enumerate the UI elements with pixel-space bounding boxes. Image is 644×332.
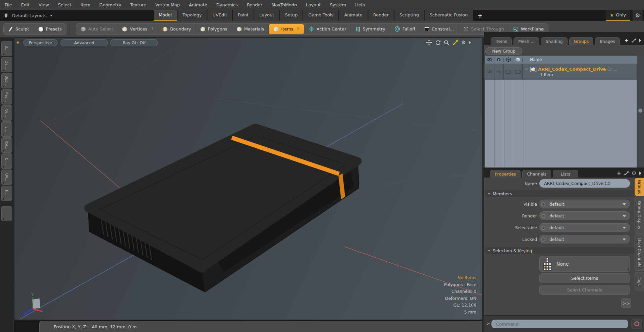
tab-images[interactable]: Images <box>595 37 620 45</box>
tab-lists[interactable]: Lists <box>553 170 578 178</box>
viewport-raygl-button[interactable]: Ray GL: Off <box>110 39 158 46</box>
viewport-3d[interactable]: Y -Z x Perspective Advanced Ray GL: Off … <box>14 38 482 320</box>
viewport-mode-button[interactable]: Perspective <box>23 39 58 46</box>
side-tab-group-display[interactable]: Group Display <box>635 197 644 234</box>
side-tab-user-channels[interactable]: User Channels <box>635 235 644 271</box>
select-channels-button[interactable]: Select Channels <box>539 285 630 295</box>
symmetry-button[interactable]: Symmetry <box>351 24 390 35</box>
left-tab-uv[interactable]: UV... <box>1 170 12 185</box>
mesh-object[interactable] <box>88 128 359 292</box>
layout-up-arrow-icon[interactable] <box>3 13 9 18</box>
visible-dropdown[interactable]: default <box>539 200 630 208</box>
menu-layout[interactable]: Layout <box>306 2 321 7</box>
tab-paint[interactable]: Paint <box>233 10 254 21</box>
menu-texture[interactable]: Texture <box>130 2 146 7</box>
selectable-dropdown[interactable]: default <box>539 223 630 232</box>
materials-mode-button[interactable]: Materials <box>232 24 269 35</box>
constraints-button[interactable]: Constrai... <box>420 24 459 35</box>
row-visibility-toggle[interactable] <box>485 64 494 80</box>
left-tab-falloff[interactable]: F ... <box>1 186 12 201</box>
name-column-header[interactable]: Name <box>523 57 637 62</box>
falloff-button[interactable]: Falloff <box>390 24 420 35</box>
tab-channels[interactable]: Channels <box>522 170 551 178</box>
side-tab-groups[interactable]: Groups <box>635 178 644 196</box>
visibility-column-header[interactable] <box>485 58 494 61</box>
maximize-icon[interactable] <box>452 40 459 46</box>
left-tab-polygon[interactable]: Pol... <box>1 137 12 153</box>
popout-icon[interactable] <box>624 171 629 176</box>
boundary-mode-button[interactable]: Boundary <box>158 24 196 35</box>
menu-file[interactable]: File <box>5 2 12 7</box>
selection-keying-section-header[interactable]: Selection & Keying <box>485 247 636 254</box>
tab-render[interactable]: Render <box>368 10 394 21</box>
solid-column-header[interactable] <box>513 57 523 62</box>
menu-edit[interactable]: Edit <box>21 2 30 7</box>
keying-none-button[interactable]: None <box>539 256 630 272</box>
render-column-header[interactable] <box>494 58 504 62</box>
zoom-icon[interactable] <box>444 40 449 46</box>
menu-view[interactable]: View <box>39 2 49 7</box>
tab-uvedit[interactable]: UVEdit <box>207 10 232 21</box>
left-tab-vertex[interactable]: Ve... <box>1 105 12 121</box>
polygons-mode-button[interactable]: Polygons <box>196 24 232 35</box>
popout-icon[interactable] <box>632 38 636 43</box>
tab-model[interactable]: Model <box>154 10 177 21</box>
groups-list-scrollbar[interactable] <box>637 56 644 168</box>
left-tab-blank[interactable] <box>1 206 12 221</box>
left-tab-deform[interactable]: De... <box>1 57 12 72</box>
tab-properties[interactable]: Properties <box>490 170 521 178</box>
left-tab-edge[interactable]: E... <box>1 121 12 137</box>
add-prop-tab-button[interactable]: + <box>617 170 621 176</box>
row-solid-checkbox[interactable] <box>513 64 523 80</box>
menu-maxtomodo[interactable]: MaxToModo <box>271 2 297 7</box>
left-tab-curves[interactable]: C ... <box>1 153 12 169</box>
new-group-button[interactable]: New Group <box>485 47 522 55</box>
layout-switcher[interactable]: Default Layouts <box>12 13 47 18</box>
tab-schematic-fusion[interactable]: Schematic Fusion <box>425 10 473 21</box>
render-dropdown[interactable]: default <box>539 211 630 220</box>
auto-select-button[interactable]: Auto Select <box>76 24 118 35</box>
items-mode-button[interactable]: Items5 <box>269 24 304 34</box>
tab-scripting[interactable]: Scripting <box>394 10 424 21</box>
menu-animate[interactable]: Animate <box>189 2 207 7</box>
macro-record-button[interactable] <box>632 319 642 329</box>
channel-toggle-icon[interactable] <box>541 202 545 206</box>
left-tab-basic[interactable]: B... <box>1 41 12 56</box>
add-layout-tab-button[interactable]: + <box>474 10 487 21</box>
tab-layout[interactable]: Layout <box>254 10 279 21</box>
viewport-shading-button[interactable]: Advanced <box>60 39 108 46</box>
favorites-only-toggle[interactable]: ★ Only <box>606 10 630 21</box>
menu-geometry[interactable]: Geometry <box>100 2 121 7</box>
vertices-mode-button[interactable]: Vertices1 <box>118 24 158 35</box>
list-panel-arrow-icon[interactable] <box>639 39 641 42</box>
tab-animate[interactable]: Animate <box>339 10 367 21</box>
scrollbar-knob[interactable] <box>638 109 642 113</box>
members-section-header[interactable]: Members <box>485 190 636 197</box>
side-tab-tags[interactable]: Tags <box>635 272 644 290</box>
presets-button[interactable]: Presets <box>34 24 66 35</box>
action-center-button[interactable]: Action Center <box>304 24 351 35</box>
tab-topology[interactable]: Topology <box>177 10 207 21</box>
left-tab-duplicate[interactable]: Dup... <box>1 73 12 88</box>
viewport-gear-icon[interactable]: ⚙ <box>462 40 466 46</box>
viewport-expand-arrow-icon[interactable] <box>469 41 471 44</box>
left-tab-mesh[interactable]: Mes... <box>1 89 12 105</box>
expand-group-button[interactable]: + <box>525 67 529 72</box>
channel-toggle-icon[interactable] <box>541 238 545 242</box>
prop-gear-icon[interactable]: ⚙ <box>632 170 636 176</box>
select-items-button[interactable]: Select Items <box>539 273 630 283</box>
command-input[interactable]: Command <box>491 320 628 328</box>
sculpt-button[interactable]: Sculpt <box>4 24 34 35</box>
channel-toggle-icon[interactable] <box>541 226 545 230</box>
wire-column-header[interactable] <box>504 57 513 62</box>
add-list-tab-button[interactable]: + <box>624 38 629 44</box>
menu-render[interactable]: Render <box>247 2 262 7</box>
rotate-icon[interactable] <box>435 40 441 46</box>
group-name-input[interactable]: ARRI_Codex_Compact_Drive (3) <box>539 179 630 188</box>
more-options-button[interactable]: >> <box>621 298 631 308</box>
menu-help[interactable]: Help <box>355 2 365 7</box>
tab-game-tools[interactable]: Game Tools <box>303 10 338 21</box>
tab-items[interactable]: Items <box>491 37 512 45</box>
row-wire-checkbox[interactable] <box>504 64 513 80</box>
locked-dropdown[interactable]: default <box>539 235 630 244</box>
